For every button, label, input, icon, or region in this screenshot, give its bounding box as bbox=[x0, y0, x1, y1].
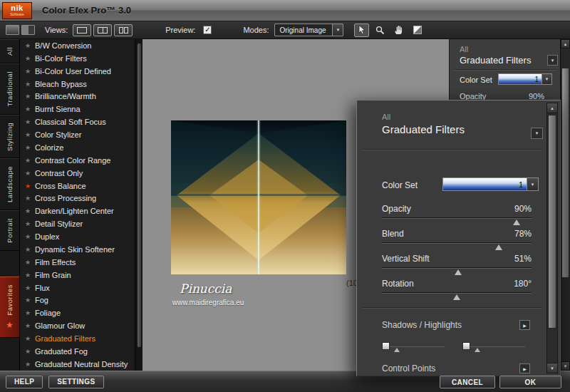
sidebar-tab-traditional[interactable]: Traditional ★ bbox=[0, 63, 19, 115]
slider-track[interactable] bbox=[382, 217, 532, 219]
single-view-button[interactable] bbox=[73, 24, 91, 36]
filter-favorite-star-icon[interactable]: ★ bbox=[24, 207, 32, 215]
settings-button[interactable]: SETTINGS bbox=[48, 376, 103, 388]
settings-scrollbar[interactable]: ▲ ▼ bbox=[560, 39, 570, 371]
filter-list-item[interactable]: ★ Burnt Sienna bbox=[20, 103, 142, 115]
help-button[interactable]: HELP bbox=[6, 376, 43, 388]
filter-favorite-star-icon[interactable]: ★ bbox=[24, 55, 32, 62]
chevron-down-icon[interactable]: ▼ bbox=[542, 73, 552, 85]
filter-favorite-star-icon[interactable]: ★ bbox=[24, 68, 32, 75]
scroll-down-icon[interactable]: ▼ bbox=[561, 361, 570, 371]
side-by-side-view-button[interactable] bbox=[114, 24, 133, 36]
sidebar-tab-favorites[interactable]: Favorites ★ bbox=[0, 277, 19, 338]
panel-collapse-button[interactable]: ▼ bbox=[547, 55, 558, 66]
slider-handle[interactable] bbox=[382, 342, 390, 350]
shadows-mini-slider[interactable] bbox=[382, 340, 445, 354]
preview-checkbox[interactable]: ✓ bbox=[203, 26, 212, 34]
highlights-mini-slider[interactable] bbox=[462, 340, 525, 354]
shadows-highlights-expand-button[interactable]: ▶ bbox=[519, 320, 530, 330]
filter-list-item[interactable]: ★ Bi-Color User Defined bbox=[20, 65, 142, 78]
scroll-up-icon[interactable]: ▲ bbox=[547, 103, 557, 113]
panel-scrollbar-thumb[interactable] bbox=[548, 115, 556, 329]
cancel-button[interactable]: CANCEL bbox=[440, 376, 495, 388]
scroll-down-icon[interactable]: ▼ bbox=[547, 363, 557, 373]
filter-favorite-star-icon[interactable]: ★ bbox=[24, 361, 32, 368]
background-color-button[interactable] bbox=[410, 24, 425, 37]
color-set-dropdown[interactable]: 1 ▼ bbox=[498, 73, 552, 85]
filter-favorite-star-icon[interactable]: ★ bbox=[24, 182, 32, 190]
filter-list-item[interactable]: ★ Contrast Only bbox=[20, 167, 142, 180]
filter-list-item[interactable]: ★ Fog bbox=[20, 294, 142, 307]
control-points-expand-button[interactable]: ▶ bbox=[519, 363, 530, 373]
filter-list-item[interactable]: ★ Colorize bbox=[20, 141, 142, 154]
sidebar-tab-portrait[interactable]: Portrait ★ bbox=[0, 210, 19, 251]
filter-list-item[interactable]: ★ Classical Soft Focus bbox=[20, 115, 142, 128]
settings-scrollbar-thumb[interactable] bbox=[561, 68, 569, 278]
filter-list-item[interactable]: ★ Detail Stylizer bbox=[20, 217, 142, 230]
modes-dropdown[interactable]: Original Image ▼ bbox=[274, 24, 343, 36]
slider-track[interactable] bbox=[462, 346, 525, 347]
slider-thumb[interactable] bbox=[475, 348, 480, 352]
ok-button[interactable]: OK bbox=[499, 376, 561, 388]
slider-thumb[interactable] bbox=[394, 348, 400, 352]
filter-favorite-star-icon[interactable]: ★ bbox=[24, 157, 32, 164]
panel-collapse-button[interactable]: ▼ bbox=[531, 128, 543, 139]
select-tool-button[interactable] bbox=[354, 24, 369, 37]
filter-favorite-star-icon[interactable]: ★ bbox=[24, 284, 32, 292]
filter-list-item[interactable]: ★ Brilliance/Warmth bbox=[20, 91, 142, 103]
panel-scrollbar[interactable]: ▲ ▼ bbox=[546, 103, 558, 373]
filter-list-item[interactable]: ★ Bi-Color Filters bbox=[20, 52, 142, 65]
slider-thumb[interactable] bbox=[513, 220, 520, 225]
slider-track[interactable] bbox=[382, 346, 445, 347]
filter-favorite-star-icon[interactable]: ★ bbox=[24, 170, 32, 177]
filter-favorite-star-icon[interactable]: ★ bbox=[24, 220, 32, 227]
filter-list-item[interactable]: ★ Cross Balance bbox=[20, 180, 142, 192]
filter-favorite-star-icon[interactable]: ★ bbox=[24, 259, 32, 266]
filter-list-item[interactable]: ★ Dynamic Skin Softener bbox=[20, 243, 142, 256]
sidebar-tab-stylizing[interactable]: Stylizing ★ bbox=[0, 115, 19, 159]
zoom-tool-button[interactable] bbox=[373, 24, 388, 37]
filter-favorite-star-icon[interactable]: ★ bbox=[24, 246, 32, 253]
filter-list-item[interactable]: ★ Foliage bbox=[20, 306, 142, 319]
filter-list-item[interactable]: ★ Contrast Color Range bbox=[20, 154, 142, 167]
filter-favorite-star-icon[interactable]: ★ bbox=[24, 131, 32, 138]
filter-favorite-star-icon[interactable]: ★ bbox=[24, 105, 32, 113]
filter-favorite-star-icon[interactable]: ★ bbox=[24, 81, 32, 88]
slider-thumb[interactable] bbox=[453, 294, 460, 300]
filter-list-item[interactable]: ★ B/W Conversion bbox=[20, 39, 142, 52]
scroll-up-icon[interactable]: ▲ bbox=[561, 39, 570, 48]
filter-favorite-star-icon[interactable]: ★ bbox=[24, 335, 32, 342]
single-image-view-icon[interactable] bbox=[6, 25, 19, 35]
filter-favorite-star-icon[interactable]: ★ bbox=[24, 296, 32, 304]
sidebar-tab-landscape[interactable]: Landscape ★ bbox=[0, 158, 19, 210]
filter-favorite-star-icon[interactable]: ★ bbox=[24, 348, 32, 355]
filter-list-item[interactable]: ★ Cross Processing bbox=[20, 192, 142, 205]
filter-list-item[interactable]: ★ Graduated Filters bbox=[20, 332, 142, 345]
filter-list-item[interactable]: ★ Film Grain bbox=[20, 269, 142, 282]
filter-favorite-star-icon[interactable]: ★ bbox=[24, 233, 32, 240]
sidebar-tab-all[interactable]: All ★ bbox=[0, 39, 19, 63]
filter-list-item[interactable]: ★ Flux bbox=[20, 282, 142, 294]
filter-list-item[interactable]: ★ Graduated Neutral Density bbox=[20, 358, 142, 371]
filter-favorite-star-icon[interactable]: ★ bbox=[24, 322, 32, 329]
slider-thumb[interactable] bbox=[455, 269, 462, 275]
filter-list-item[interactable]: ★ Glamour Glow bbox=[20, 319, 142, 332]
filter-favorite-star-icon[interactable]: ★ bbox=[24, 272, 32, 279]
split-view-button[interactable] bbox=[93, 24, 112, 36]
filter-list-item[interactable]: ★ Bleach Bypass bbox=[20, 78, 142, 91]
filter-favorite-star-icon[interactable]: ★ bbox=[24, 93, 32, 100]
slider-handle[interactable] bbox=[462, 342, 470, 350]
filter-favorite-star-icon[interactable]: ★ bbox=[24, 42, 32, 49]
filter-list-scrollbar-thumb[interactable] bbox=[137, 43, 142, 348]
filter-list-item[interactable]: ★ Graduated Fog bbox=[20, 345, 142, 358]
filter-favorite-star-icon[interactable]: ★ bbox=[24, 118, 32, 125]
filter-favorite-star-icon[interactable]: ★ bbox=[24, 195, 32, 202]
filter-list-item[interactable]: ★ Color Stylizer bbox=[20, 128, 142, 141]
image-browser-view-icon[interactable] bbox=[21, 25, 35, 35]
slider-thumb[interactable] bbox=[495, 244, 502, 250]
pan-tool-button[interactable] bbox=[391, 24, 406, 37]
filter-favorite-star-icon[interactable]: ★ bbox=[24, 144, 32, 151]
slider-track[interactable] bbox=[382, 292, 532, 294]
filter-list-scrollbar[interactable] bbox=[135, 39, 142, 371]
slider-track[interactable] bbox=[382, 242, 532, 244]
